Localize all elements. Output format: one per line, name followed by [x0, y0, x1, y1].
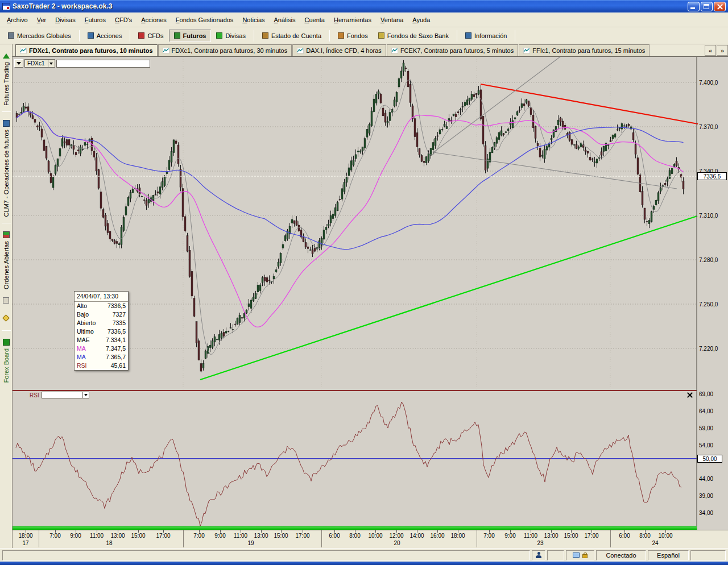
menu-item-ver[interactable]: Ver: [32, 14, 51, 26]
sidebar-item-clm7-operaciones-de-futuros[interactable]: CLM7 - Operaciones de futuros: [2, 119, 11, 217]
time-axis: 18:007:009:0011:0013:0015:0017:007:009:0…: [13, 530, 728, 547]
tooltip-row-ma: MA7.365,7: [75, 353, 128, 362]
rsi-settings-select[interactable]: [42, 392, 89, 398]
symbol-select[interactable]: FDXc1: [24, 59, 55, 68]
menu-item-futuros[interactable]: Futuros: [80, 14, 110, 26]
minimize-icon: [690, 7, 695, 9]
window-bottom-border: [0, 562, 728, 565]
chevron-down-icon: [16, 62, 21, 65]
menu-item-fondos-gestionados[interactable]: Fondos Gestionados: [171, 14, 238, 26]
svg-text:69,00: 69,00: [699, 391, 713, 397]
time-label: 16:00: [430, 533, 444, 539]
toolbar-button-futuros[interactable]: Futuros: [169, 30, 212, 42]
sidebar-item-forex-board[interactable]: Forex Board: [2, 338, 11, 383]
maximize-button[interactable]: [701, 2, 713, 11]
tab-dax-i-índice-cfd-4-horas[interactable]: DAX.I, Índice CFD, 4 horas: [292, 44, 386, 56]
tooltip-row-value: 7.365,7: [106, 354, 126, 360]
toolbar-button-estado-de-cuenta[interactable]: Estado de Cuenta: [257, 30, 326, 42]
toolbar-button-divisas[interactable]: Divisas: [211, 30, 250, 42]
time-label: 14:00: [410, 533, 424, 539]
tooltip-row-mae: MAE7.334,1: [75, 336, 128, 344]
time-label: 18:00: [450, 533, 465, 539]
close-icon: [687, 392, 693, 398]
tab-label: FDXc1, Contrato para futuros, 30 minutos: [172, 47, 288, 54]
current-price-badge: 7336,5: [697, 172, 727, 180]
tab-fdxc1-contrato-para-futuros-10-minutos[interactable]: FDXc1, Contrato para futuros, 10 minutos: [15, 44, 158, 56]
time-label: 17:00: [584, 533, 598, 539]
day-separator: [39, 530, 39, 547]
tab-fdxc1-contrato-para-futuros-30-minutos[interactable]: FDXc1, Contrato para futuros, 30 minutos: [158, 44, 292, 56]
sidebar-item-ordenes-abiertas[interactable]: Ordenes Abiertas: [2, 231, 11, 289]
toolbar-button-fondos-de-saxo-bank[interactable]: Fondos de Saxo Bank: [373, 30, 454, 42]
sidebar-item-label: Forex Board: [3, 348, 10, 383]
sidebar-item-futures-trading[interactable]: Futures Trading: [2, 52, 11, 106]
time-label: 17:00: [156, 533, 170, 539]
network-icon: [573, 552, 580, 558]
status-bar: Conectado Español: [0, 548, 728, 562]
toolbar-button-cfds[interactable]: CFDs: [133, 30, 168, 42]
sidebar-item-tag-icon[interactable]: [2, 314, 11, 325]
rsi-close-button[interactable]: [686, 391, 694, 398]
tooltip-row-abierto: Abierto7335: [75, 319, 128, 327]
toolbar-button-fondos[interactable]: Fondos: [333, 30, 373, 42]
tab-scroll-right-button[interactable]: »: [717, 45, 728, 56]
chart-range-scrollbar[interactable]: [13, 526, 697, 530]
chart-menu-button[interactable]: [14, 59, 23, 68]
toolbar-button-mercados-globales[interactable]: Mercados Globales: [3, 30, 76, 42]
cfd-icon: [138, 32, 144, 39]
date-label: 20: [394, 540, 400, 546]
time-label: 8:00: [639, 533, 650, 539]
arrow-up-icon: [2, 52, 11, 60]
menu-item-ventana[interactable]: Ventana: [376, 14, 408, 26]
toolbar-separator: [79, 30, 80, 41]
day-separator: [610, 530, 611, 547]
tooltip-timestamp: 24/04/07, 13:30: [75, 292, 128, 302]
time-label: 15:00: [564, 533, 578, 539]
menu-item-ayuda[interactable]: Ayuda: [408, 14, 435, 26]
tooltip-row-label: RSI: [77, 362, 87, 369]
toolbar-separator: [515, 30, 515, 41]
tab-scroll-left-button[interactable]: «: [705, 45, 716, 56]
svg-text:54,00: 54,00: [699, 442, 713, 448]
toolbar-button-información[interactable]: Información: [460, 30, 512, 42]
futures-operations-icon: [2, 119, 11, 127]
minimize-button[interactable]: [688, 2, 700, 11]
saxo-funds-icon: [378, 32, 384, 39]
time-label: 10:00: [368, 533, 382, 539]
window-title: SaxoTrader 2 - workspace.ok.3: [13, 2, 112, 10]
toolbar-button-label: Acciones: [97, 32, 122, 39]
time-label: 6:00: [619, 533, 630, 539]
menu-item-noticias[interactable]: Noticias: [238, 14, 269, 26]
status-message-area: [2, 550, 530, 560]
menu-item-cfd-s[interactable]: CFD's: [110, 14, 136, 26]
toolbar-button-acciones[interactable]: Acciones: [82, 30, 127, 42]
tab-ffic1-contrato-para-futuros-15-minutos[interactable]: FFIc1, Contrato para futuros, 15 minutos: [519, 44, 650, 56]
menu-item-acciones[interactable]: Acciones: [136, 14, 171, 26]
instrument-search-input[interactable]: [56, 60, 150, 68]
toolbar-button-label: Futuros: [183, 32, 206, 39]
time-label: 11:00: [90, 533, 104, 539]
toolbar-button-label: Mercados Globales: [17, 32, 71, 39]
tab-fcek7-contrato-para-futuros-5-minutos[interactable]: FCEK7, Contrato para futuros, 5 minutos: [387, 44, 518, 56]
time-label: 11:00: [524, 533, 537, 539]
menu-item-divisas[interactable]: Divisas: [51, 14, 80, 26]
tooltip-rows: Alto7336,5Bajo7327Abierto7335Ultimo7336,…: [75, 302, 128, 370]
sidebar-item-percent-icon[interactable]: [2, 297, 11, 307]
time-label: 7:00: [193, 533, 204, 539]
futures-icon: [174, 32, 180, 39]
time-label: 15:00: [131, 533, 145, 539]
menu-item-análisis[interactable]: Análisis: [270, 14, 300, 26]
menu-item-archivo[interactable]: Archivo: [2, 14, 32, 26]
svg-text:7.280,0: 7.280,0: [699, 257, 718, 263]
menu-item-cuenta[interactable]: Cuenta: [300, 14, 329, 26]
menu-item-herramientas[interactable]: Herramientas: [329, 14, 376, 26]
time-label: 17:00: [295, 533, 309, 539]
rsi-chart-canvas[interactable]: 69,0064,0059,0054,0044,0039,0034,00: [13, 390, 728, 530]
time-label: 10:00: [658, 533, 672, 539]
toolbar-separator: [457, 30, 457, 41]
lock-icon: [582, 554, 588, 558]
chart-toolbar: FDXc1: [14, 59, 150, 68]
toolbar-separator: [329, 30, 330, 41]
close-button[interactable]: [714, 2, 726, 11]
date-label: 17: [22, 540, 28, 546]
